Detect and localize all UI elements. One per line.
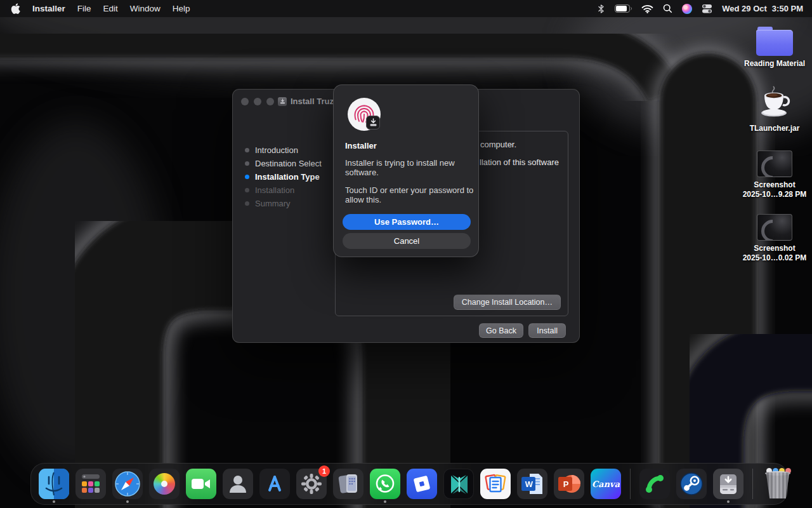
- cancel-button[interactable]: Cancel: [343, 233, 471, 249]
- battery-icon[interactable]: [615, 4, 632, 13]
- canva-wordmark: Canva: [592, 479, 620, 489]
- touch-id-auth-dialog: Installer Installer is trying to install…: [333, 84, 479, 257]
- spotlight-search-icon[interactable]: [663, 4, 672, 13]
- change-install-location-button[interactable]: Change Install Location…: [454, 295, 561, 310]
- teal-x-app-icon: [443, 469, 474, 499]
- dock-item-safari[interactable]: [112, 469, 143, 499]
- dock-item-canva[interactable]: Canva: [591, 469, 621, 499]
- step-dot-icon: [245, 201, 249, 206]
- minimize-button[interactable]: [254, 98, 261, 105]
- step-destination-select: Destination Select: [245, 157, 322, 170]
- launchpad-icon: [75, 469, 106, 499]
- dock-item-finder[interactable]: [39, 469, 69, 499]
- roblox-icon: [407, 469, 437, 499]
- dock-item-wps-office[interactable]: [480, 469, 511, 499]
- menu-date[interactable]: Wed 29 Oct: [722, 4, 767, 13]
- desktop-icon-screenshot-2[interactable]: Screenshot 2025-10…0.02 PM: [742, 214, 808, 263]
- app-store-icon: [259, 469, 290, 499]
- auth-prompt: Touch ID or enter your password to allow…: [345, 186, 481, 204]
- dock-item-microsoft-powerpoint[interactable]: P: [554, 469, 584, 499]
- menu-file[interactable]: File: [77, 4, 91, 13]
- folder-icon: [756, 27, 793, 56]
- menu-window[interactable]: Window: [130, 4, 160, 13]
- running-indicator: [727, 500, 730, 503]
- step-dot-icon: [245, 148, 249, 152]
- whatsapp-icon: [370, 469, 400, 499]
- finder-icon: [39, 469, 69, 499]
- dock-item-system-settings[interactable]: 1: [296, 469, 327, 499]
- dock-item-app-store[interactable]: [259, 469, 290, 499]
- step-installation: Installation: [245, 184, 322, 197]
- window-title-text: Install Truze: [291, 97, 338, 106]
- installer-package-icon: [278, 97, 287, 106]
- menu-app-name[interactable]: Installer: [32, 4, 65, 13]
- step-introduction: Introduction: [245, 144, 322, 157]
- dock-item-whatsapp[interactable]: [370, 469, 400, 499]
- close-button[interactable]: [241, 98, 249, 105]
- go-back-button[interactable]: Go Back: [479, 323, 523, 338]
- desktop-icon-label: Screenshot 2025-10…9.28 PM: [743, 180, 807, 199]
- control-center-icon[interactable]: [702, 4, 712, 13]
- step-dot-icon: [245, 188, 249, 192]
- bluetooth-icon[interactable]: [597, 4, 605, 14]
- installer-utility-icon: [713, 469, 743, 499]
- step-dot-icon: [245, 161, 249, 166]
- trash-full-icon: [765, 472, 790, 498]
- dock: 1: [30, 463, 788, 505]
- dock-item-facetime[interactable]: [186, 469, 216, 499]
- window-controls: [241, 98, 274, 105]
- step-installation-type: Installation Type: [245, 170, 322, 184]
- dock-divider: [752, 469, 753, 499]
- step-summary: Summary: [245, 197, 322, 210]
- desktop-icon-screenshot-1[interactable]: Screenshot 2025-10…9.28 PM: [742, 150, 808, 199]
- zoom-button[interactable]: [266, 98, 274, 105]
- menu-edit[interactable]: Edit: [103, 4, 118, 13]
- wifi-icon[interactable]: [641, 4, 653, 13]
- auth-app-name: Installer: [345, 141, 377, 150]
- touch-id-fingerprint-icon: [348, 98, 381, 131]
- use-password-button[interactable]: Use Password…: [343, 214, 471, 230]
- apple-logo-icon[interactable]: [11, 3, 20, 14]
- dock-item-iphone-mirroring[interactable]: [333, 469, 363, 499]
- dock-divider: [630, 469, 631, 499]
- steam-icon: [676, 469, 707, 499]
- word-letter: W: [517, 469, 547, 499]
- contacts-icon: [223, 469, 253, 499]
- auth-message: Installer is trying to install new softw…: [345, 159, 461, 177]
- dock-item-phone[interactable]: [639, 469, 670, 499]
- desktop-icon-label: TLauncher.jar: [750, 124, 800, 133]
- dock-item-steam[interactable]: [676, 469, 707, 499]
- phone-icon: [639, 469, 670, 499]
- screenshot-thumbnail-icon: [757, 150, 792, 177]
- wps-office-icon: [480, 469, 511, 499]
- iphone-mirroring-icon: [333, 469, 363, 499]
- install-button[interactable]: Install: [528, 323, 566, 338]
- desktop-icon-label: Screenshot 2025-10…0.02 PM: [743, 244, 807, 263]
- dock-item-microsoft-word[interactable]: W: [517, 469, 547, 499]
- menu-time[interactable]: 3:50 PM: [772, 4, 803, 13]
- dock-item-installer[interactable]: [713, 469, 743, 499]
- dock-item-launchpad[interactable]: [75, 469, 106, 499]
- menu-bar: Installer File Edit Window Help: [0, 0, 812, 17]
- microsoft-word-icon: W: [517, 469, 547, 499]
- step-dot-icon: [245, 175, 249, 179]
- dock-item-photos[interactable]: [149, 469, 180, 499]
- notification-badge: 1: [318, 465, 330, 477]
- running-indicator: [384, 500, 386, 503]
- siri-icon[interactable]: [682, 4, 692, 14]
- menu-help[interactable]: Help: [173, 4, 190, 13]
- dock-item-roblox[interactable]: [407, 469, 437, 499]
- dock-item-contacts[interactable]: [223, 469, 253, 499]
- desktop-icon-reading-material[interactable]: Reading Material: [742, 27, 808, 69]
- photos-icon: [149, 469, 180, 499]
- facetime-icon: [186, 469, 216, 499]
- installer-steps: Introduction Destination Select Installa…: [245, 144, 322, 210]
- desktop-icon-label: Reading Material: [744, 59, 805, 69]
- running-indicator: [126, 500, 129, 503]
- window-title: Install Truze: [278, 97, 338, 106]
- dock-item-trash[interactable]: [763, 468, 792, 500]
- installer-app-badge-icon: [366, 116, 380, 130]
- dock-item-unknown-app[interactable]: [443, 469, 474, 499]
- desktop-icon-tlauncher-jar[interactable]: TLauncher.jar: [742, 85, 808, 133]
- coffee-cup-icon: [757, 85, 792, 121]
